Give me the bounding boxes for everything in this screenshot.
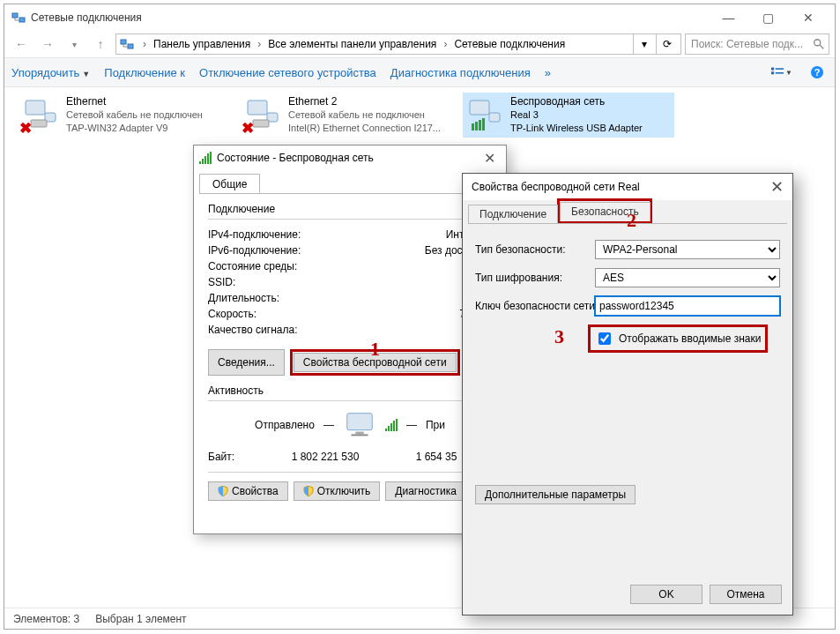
status-count: Элементов: 3 [13,613,79,625]
details-button[interactable]: Сведения... [208,349,285,376]
tab-general[interactable]: Общие [199,174,260,193]
connection-name: Ethernet 2 [288,95,441,108]
security-type-select[interactable]: WPA2-Personal [595,240,780,259]
ok-cancel-row: OK Отмена [630,585,782,604]
command-bar: Упорядочить▼ Подключение к Отключение се… [4,57,835,87]
svg-rect-14 [31,120,47,127]
connection-status: Real 3 [510,108,643,122]
svg-rect-24 [347,414,373,430]
show-chars-label: Отображать вводимые знаки [619,332,761,345]
key-label: Ключ безопасности сети [475,300,595,312]
connection-item[interactable]: ✖ Ethernet 2 Сетевой кабель не подключен… [241,93,452,138]
cmd-connect[interactable]: Подключение к [104,66,185,79]
nav-row: ← → ▾ ↑ › Панель управления › Все элемен… [4,31,835,57]
marker-3: 3 [554,325,564,348]
svg-rect-3 [128,44,133,48]
kv-key: Качество сигнала: [208,324,421,339]
marker-2: 2 [627,209,636,232]
view-button[interactable]: ▼ [771,62,792,83]
breadcrumb-seg[interactable]: Сетевые подключения [452,38,567,50]
titlebar: Сетевые подключения — ▢ ✕ [4,4,835,31]
breadcrumb-seg[interactable]: Все элементы панели управления [266,38,438,50]
svg-rect-17 [253,120,269,127]
adapter-icon: ✖ [22,95,59,132]
close-button[interactable]: ✕ [788,4,828,31]
show-chars-row[interactable]: Отображать вводимые знаки [591,328,764,349]
network-icon [11,11,26,25]
advanced-button[interactable]: Дополнительные параметры [475,485,636,504]
help-button[interactable]: ? [807,62,828,83]
encryption-select[interactable]: AES [595,268,780,287]
close-button[interactable]: ✕ [479,150,501,167]
status-dialog: Состояние - Беспроводная сеть ✕ Общие По… [193,145,507,534]
adapter-icon: ✖ [244,95,281,132]
minimize-button[interactable]: — [709,4,748,31]
kv-key: IPv4-подключение: [208,228,421,241]
properties-button[interactable]: Свойства [208,481,288,501]
group-activity-label: Активность [208,384,492,397]
kv-key: Длительность: [208,292,421,304]
group-connection-label: Подключение [208,203,492,215]
connection-name: Беспроводная сеть [510,95,643,108]
address-dropdown[interactable]: ▾ [633,34,654,55]
cancel-button[interactable]: Отмена [710,585,782,604]
cmd-sort[interactable]: Упорядочить▼ [11,66,90,79]
kv-key: SSID: [208,276,421,288]
signal-icon [199,152,212,164]
up-button[interactable]: ↑ [89,33,112,56]
svg-rect-2 [121,40,126,44]
svg-rect-9 [776,72,784,74]
status-dialog-title: Состояние - Беспроводная сеть ✕ [194,145,506,170]
error-x-icon: ✖ [19,122,32,135]
breadcrumb-seg[interactable]: Панель управления [152,38,252,50]
svg-rect-25 [355,432,364,435]
adapter-icon [466,95,503,132]
svg-rect-7 [776,68,784,70]
tab-connection[interactable]: Подключение [468,205,558,224]
disable-button[interactable]: Отключить [294,481,381,501]
connection-device: TP-Link Wireless USB Adapter [510,122,643,135]
kv-key: Скорость: [208,308,421,320]
ok-button[interactable]: OK [630,585,702,604]
tab-security[interactable]: Безопасность [560,202,650,221]
show-chars-checkbox[interactable] [598,332,611,345]
recent-button[interactable]: ▾ [63,33,85,56]
back-button[interactable]: ← [10,33,33,56]
search-input[interactable]: Поиск: Сетевые подк... [685,34,829,55]
properties-dialog: Свойства беспроводной сети Real ✕ Подклю… [462,173,793,615]
key-input[interactable] [595,296,780,316]
cmd-disable[interactable]: Отключение сетевого устройства [199,66,376,79]
svg-rect-12 [26,101,45,115]
highlight-security-tab: Безопасность [557,198,652,223]
svg-rect-1 [19,18,25,22]
encryption-label: Тип шифрования: [475,272,595,284]
diagnose-button[interactable]: Диагностика [385,481,466,501]
forward-button[interactable]: → [36,33,59,56]
search-placeholder: Поиск: Сетевые подк... [691,38,803,50]
cmd-rename[interactable]: » [545,66,551,79]
connection-item[interactable]: ✖ Ethernet Сетевой кабель не подключен T… [19,93,230,138]
close-button[interactable]: ✕ [770,177,784,197]
svg-rect-23 [482,118,485,131]
activity-sent-label: Отправлено [255,419,315,431]
kv-key: IPv6-подключение: [208,244,421,257]
cmd-diagnose[interactable]: Диагностика подключения [390,66,531,79]
status-tabs: Общие [194,170,506,193]
svg-rect-20 [472,123,474,131]
refresh-button[interactable]: ⟳ [656,34,677,55]
address-bar[interactable]: › Панель управления › Все элементы панел… [115,34,681,55]
chevron-down-icon: ▼ [785,69,792,77]
maximize-button[interactable]: ▢ [748,4,788,31]
shield-icon [218,486,228,496]
monitor-icon [343,408,376,442]
connection-item[interactable]: Беспроводная сеть Real 3 TP-Link Wireles… [463,93,674,138]
properties-title: Свойства беспроводной сети Real ✕ [463,174,792,200]
svg-line-5 [820,45,823,48]
connection-name: Ethernet [66,95,203,108]
activity-recv-label: При [426,419,445,431]
window-title: Сетевые подключения [31,11,142,24]
svg-rect-8 [771,71,774,74]
security-type-label: Тип безопасности: [475,243,595,256]
svg-rect-22 [479,120,481,131]
marker-1: 1 [370,338,380,361]
